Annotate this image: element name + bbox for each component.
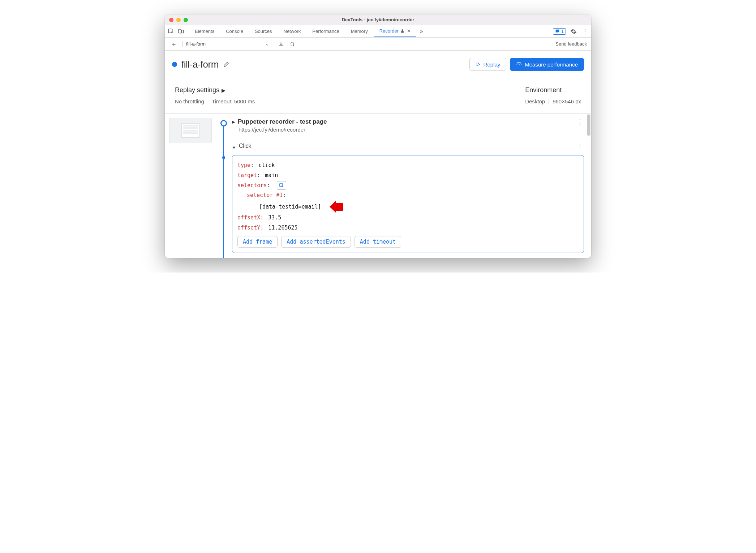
replay-settings-title: Replay settings <box>175 86 219 94</box>
divider <box>182 41 182 47</box>
chevron-right-icon: ▶ <box>222 87 225 93</box>
recorder-toolbar: ＋ fill-a-form ⌄ Send feedback <box>165 38 591 51</box>
step-initial-title: Puppeteer recorder - test page <box>238 118 327 125</box>
throttling-value: No throttling <box>175 98 204 104</box>
kebab-icon[interactable]: ⋮ <box>581 27 589 35</box>
pick-selector-icon[interactable] <box>277 181 286 190</box>
environment-settings: Environment Desktop 960×546 px <box>525 86 581 104</box>
window-maximize[interactable] <box>184 18 188 22</box>
window-title: DevTools - jec.fyi/demo/recorder <box>165 17 591 22</box>
window-close[interactable] <box>169 18 173 22</box>
window-minimize[interactable] <box>176 18 181 22</box>
device-toolbar-icon[interactable] <box>177 27 185 35</box>
tab-elements[interactable]: Elements <box>190 25 219 37</box>
divider <box>273 41 273 47</box>
env-size: 960×546 px <box>553 98 581 104</box>
kv-selector-1-label[interactable]: selector #1: <box>237 190 579 201</box>
recording-select[interactable]: fill-a-form ⌄ <box>186 41 269 47</box>
env-device: Desktop <box>525 98 545 104</box>
collapse-icon[interactable]: ▼ <box>232 145 236 150</box>
divider <box>549 99 549 104</box>
add-recording-icon[interactable]: ＋ <box>169 40 179 48</box>
replay-label: Replay <box>484 61 501 68</box>
replay-button[interactable]: Replay <box>469 58 507 71</box>
send-feedback-link[interactable]: Send feedback <box>555 41 587 47</box>
recording-header: fill-a-form Replay Measure performance <box>165 51 591 79</box>
tab-recorder-label: Recorder <box>379 28 399 34</box>
flask-icon <box>400 29 405 33</box>
timeline-line <box>223 123 224 258</box>
step-initial: ▶ Puppeteer recorder - test page ⋮ https… <box>232 118 591 138</box>
issues-badge[interactable]: 1 <box>553 28 566 35</box>
svg-rect-2 <box>182 30 184 33</box>
svg-rect-1 <box>179 29 181 33</box>
timeline-node-start <box>220 120 227 127</box>
kv-offsetx[interactable]: offsetX: 33.5 <box>237 213 579 223</box>
add-asserted-events-button[interactable]: Add assertedEvents <box>281 236 351 248</box>
timeline: ▶ Puppeteer recorder - test page ⋮ https… <box>219 118 591 258</box>
tab-console[interactable]: Console <box>221 25 248 37</box>
traffic-lights <box>169 18 188 22</box>
tab-network[interactable]: Network <box>279 25 306 37</box>
titlebar: DevTools - jec.fyi/demo/recorder <box>165 14 591 25</box>
step-click: ▼ Click ⋮ type: click target: main selec… <box>232 143 591 258</box>
kv-offsety[interactable]: offsetY: 11.265625 <box>237 223 579 233</box>
inspect-icon[interactable] <box>167 27 175 35</box>
issues-count: 1 <box>561 29 564 34</box>
step-click-title: Click <box>239 143 252 149</box>
recording-title: fill-a-form <box>181 59 219 70</box>
tab-sources[interactable]: Sources <box>250 25 277 37</box>
steps-panel: ▶ Puppeteer recorder - test page ⋮ https… <box>165 113 591 258</box>
expand-icon[interactable]: ▶ <box>232 120 235 124</box>
more-tabs-icon[interactable]: » <box>417 27 425 35</box>
step-menu-icon[interactable]: ⋮ <box>577 143 583 151</box>
recording-select-name: fill-a-form <box>186 41 265 47</box>
annotation-arrow-icon <box>329 201 344 213</box>
export-icon[interactable] <box>277 40 285 48</box>
step-initial-url: https://jec.fyi/demo/recorder <box>239 127 591 133</box>
kv-type[interactable]: type: click <box>237 160 579 171</box>
devtools-tabs: Elements Console Sources Network Perform… <box>165 25 591 38</box>
chevron-down-icon: ⌄ <box>265 41 269 47</box>
measure-performance-button[interactable]: Measure performance <box>510 58 584 71</box>
delete-icon[interactable] <box>288 40 296 48</box>
scrollbar-thumb[interactable] <box>587 114 590 136</box>
environment-title: Environment <box>525 86 562 94</box>
tab-performance[interactable]: Performance <box>307 25 344 37</box>
kv-selector-1-value[interactable]: [data-testid=email] <box>237 201 579 213</box>
edit-icon[interactable] <box>223 61 229 68</box>
tab-recorder[interactable]: Recorder ✕ <box>374 25 416 37</box>
timeout-value: Timeout: 5000 ms <box>212 98 255 104</box>
add-timeout-button[interactable]: Add timeout <box>355 236 401 248</box>
measure-label: Measure performance <box>525 61 578 68</box>
tab-memory[interactable]: Memory <box>346 25 373 37</box>
step-detail-box: type: click target: main selectors: <box>232 155 584 253</box>
page-thumbnail <box>169 118 212 143</box>
devtools-window: DevTools - jec.fyi/demo/recorder Element… <box>165 14 591 258</box>
status-dot <box>172 62 177 67</box>
step-menu-icon[interactable]: ⋮ <box>577 118 583 126</box>
settings-row: Replay settings ▶ No throttling Timeout:… <box>165 79 591 113</box>
add-frame-button[interactable]: Add frame <box>237 236 278 248</box>
timeline-node-click <box>222 156 225 159</box>
gear-icon[interactable] <box>570 27 577 35</box>
replay-settings[interactable]: Replay settings ▶ No throttling Timeout:… <box>175 86 255 104</box>
tab-close-icon[interactable]: ✕ <box>407 28 411 34</box>
kv-selectors[interactable]: selectors: <box>237 181 579 191</box>
divider <box>208 99 208 104</box>
kv-target[interactable]: target: main <box>237 171 579 181</box>
